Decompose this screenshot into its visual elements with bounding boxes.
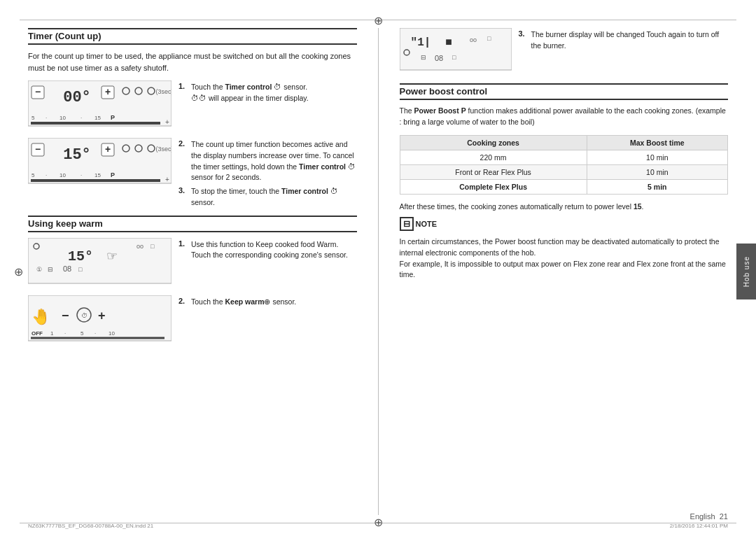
power-boost-bold: Power Boost — [414, 106, 459, 115]
keepwarm-step2: 2. Touch the Keep warm⊕ sensor. — [178, 297, 296, 308]
step2-container: 2. The count up timer function becomes a… — [178, 138, 357, 209]
step2-rest: sensor for 2 seconds. — [191, 173, 261, 181]
timer-icon: ⏱⏱ — [191, 94, 206, 102]
svg-text:"1|: "1| — [410, 36, 430, 49]
step2-symbol: ⏱ — [346, 162, 356, 171]
svg-text:■: ■ — [445, 36, 452, 49]
keepwarm-svg-2: 🤚 − ⏱ + OFF 1 · 5 · 10 — [28, 295, 172, 344]
svg-text:+: + — [165, 118, 169, 126]
step3-bold: Timer control — [281, 187, 328, 195]
column-divider — [378, 28, 379, 515]
keepwarm-title-line — [28, 216, 357, 217]
timer-title: Timer (Count up) — [28, 31, 357, 45]
keepwarm-section: Using keep warm — [28, 216, 357, 232]
table-cell-zone: 220 mm — [400, 150, 587, 164]
svg-text:−: − — [62, 309, 69, 323]
keepwarm-row-1: 15° ☞ oo □ ① ⊟ 08 □ 1. Use this function… — [28, 238, 357, 288]
step3-symbol: ⏱ — [328, 187, 338, 195]
keepwarm-row-2: 🤚 − ⏱ + OFF 1 · 5 · 10 — [28, 295, 357, 346]
boost-table: Cooking zones Max Boost time 220 mm10 mi… — [400, 135, 729, 195]
svg-text:5: 5 — [31, 172, 35, 178]
svg-text:·: · — [80, 115, 82, 121]
note-section: ⊟ NOTE — [400, 217, 729, 231]
timer-row-1: − 00° (3sec) + 5 · 10 · 15 — [28, 80, 357, 131]
svg-text:□: □ — [487, 35, 491, 42]
step3-content: To stop the timer, touch the Timer contr… — [191, 186, 357, 209]
svg-text:·: · — [80, 172, 82, 178]
table-cell-zone: Front or Rear Flex Plus — [400, 164, 587, 179]
timer-svg-1: − 00° (3sec) + 5 · 10 · 15 — [28, 80, 172, 129]
right-top-svg: "1| ■ oo □ ⊟ 08 □ — [400, 28, 512, 73]
svg-text:15: 15 — [94, 115, 101, 121]
keepwarm-step1-container: 1. Use this function to Keep cooked food… — [178, 238, 357, 262]
top-crosshair-icon: ⊕ — [374, 14, 383, 27]
keepwarm-step1-number: 1. — [178, 239, 188, 248]
svg-text:+: + — [165, 176, 169, 183]
svg-text:·: · — [46, 172, 47, 178]
svg-text:·: · — [64, 330, 66, 337]
power-boost-symbol: P — [461, 106, 466, 115]
svg-text:15°: 15° — [68, 248, 93, 265]
svg-text:08: 08 — [63, 265, 71, 273]
step1-container: 1. Touch the Timer control ⏱ sensor. ⏱⏱ … — [178, 80, 309, 104]
right-step3: 3. The burner display will be changed To… — [519, 29, 729, 52]
step2-content: The count up timer function becomes acti… — [191, 139, 357, 183]
step1-bold: Timer control — [225, 83, 272, 91]
right-display-top: "1| ■ oo □ ⊟ 08 □ — [400, 28, 512, 75]
svg-text:OFF: OFF — [31, 330, 43, 337]
timer-svg-2: − 15° (3sec) + 5 · 10 · 15 P + — [28, 138, 172, 187]
svg-text:□: □ — [452, 54, 456, 61]
svg-text:·: · — [94, 330, 96, 337]
timer-row-2: − 15° (3sec) + 5 · 10 · 15 P + — [28, 138, 357, 209]
power-boost-intro-text: The Power Boost P function makes additio… — [400, 106, 729, 128]
keepwarm-step2-content: Touch the Keep warm⊕ sensor. — [191, 297, 296, 308]
svg-text:·: · — [46, 115, 47, 121]
svg-text:5: 5 — [80, 330, 84, 337]
table-cell-boost: 5 min — [587, 179, 727, 194]
note-label: NOTE — [416, 220, 438, 228]
step1-rest: sensor. — [281, 83, 307, 91]
step1-number: 1. — [178, 82, 188, 90]
svg-text:oo: oo — [470, 36, 477, 43]
table-cell-zone: Complete Flex Plus — [400, 179, 587, 194]
keepwarm-step2-number: 2. — [178, 297, 188, 305]
table-cell-boost: 10 min — [587, 150, 727, 164]
svg-text:(3sec): (3sec) — [155, 88, 172, 95]
svg-text:(3sec): (3sec) — [155, 146, 172, 153]
keepwarm-step1: 1. Use this function to Keep cooked food… — [178, 239, 357, 262]
keepwarm-step2-container: 2. Touch the Keep warm⊕ sensor. — [178, 295, 296, 308]
footer-file: NZ63K7777BS_EF_DG68-00788A-00_EN.indd 21 — [28, 523, 153, 529]
after-times-text-content: After these times, the cooking zones aut… — [400, 202, 632, 211]
timer-intro: For the count up timer to be used, the a… — [28, 50, 357, 73]
step1: 1. Touch the Timer control ⏱ sensor. ⏱⏱ … — [178, 82, 309, 104]
right-column: "1| ■ oo □ ⊟ 08 □ 3. The burner display … — [393, 28, 729, 515]
svg-text:⊟: ⊟ — [421, 54, 426, 61]
svg-text:+: + — [98, 309, 106, 323]
note-header: ⊟ NOTE — [400, 217, 438, 231]
svg-text:P: P — [111, 114, 115, 121]
svg-text:5: 5 — [31, 115, 35, 121]
power-boost-title-line — [400, 83, 729, 85]
step1-symbol: ⏱ — [272, 83, 281, 91]
svg-text:15: 15 — [94, 172, 101, 178]
keepwarm-step1-content: Use this function to Keep cooked food Wa… — [191, 239, 357, 262]
step2: 2. The count up timer function becomes a… — [178, 139, 357, 183]
table-col2-header: Max Boost time — [587, 135, 727, 150]
svg-text:10: 10 — [59, 172, 66, 178]
note-icon: ⊟ — [400, 217, 414, 231]
left-crosshair-icon: ⊕ — [14, 265, 23, 278]
svg-text:□: □ — [150, 243, 155, 250]
keepwarm-step2-text: Touch the — [191, 297, 225, 306]
svg-text:00°: 00° — [63, 89, 91, 106]
footer-date: 2/18/2016 12:44:01 PM — [670, 523, 728, 529]
timer-display-2: − 15° (3sec) + 5 · 10 · 15 P + — [28, 138, 172, 188]
after-times-symbol: 15 — [634, 202, 642, 211]
keepwarm-step2-bold: Keep warm — [225, 297, 264, 306]
step1-line2: will appear in the timer display. — [209, 94, 309, 102]
timer-title-line — [28, 28, 357, 29]
svg-text:⊟: ⊟ — [48, 266, 53, 273]
step2-number: 2. — [178, 139, 188, 148]
keepwarm-display-1: 15° ☞ oo □ ① ⊟ 08 □ — [28, 238, 172, 288]
svg-text:1: 1 — [50, 330, 54, 337]
svg-text:10: 10 — [59, 115, 66, 121]
